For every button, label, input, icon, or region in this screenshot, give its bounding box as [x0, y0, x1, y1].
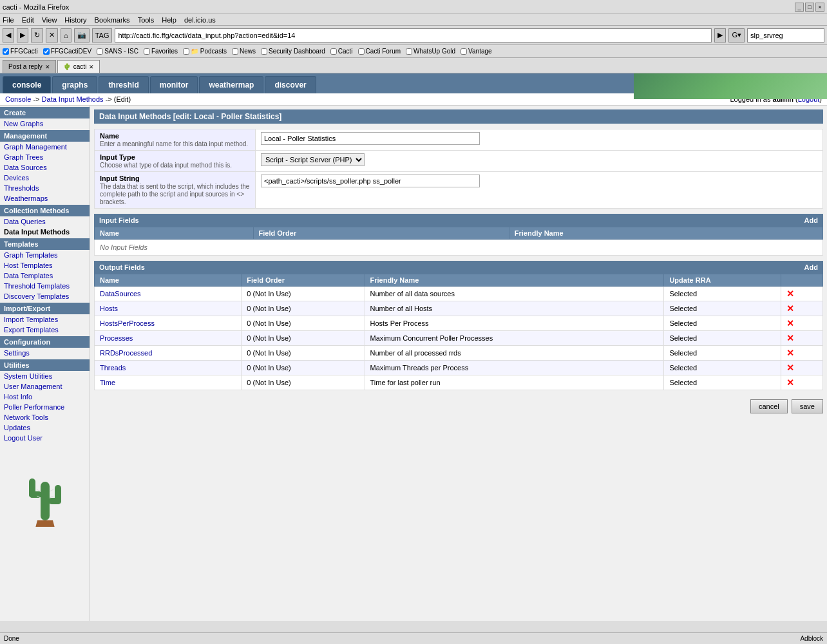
delete-icon[interactable]: ✕ [786, 377, 794, 388]
delete-icon[interactable]: ✕ [786, 363, 794, 373]
sidebar-item-export-templates[interactable]: Export Templates [0, 325, 90, 335]
sidebar-item-new-graphs[interactable]: New Graphs [0, 118, 90, 129]
nav-tab-weathermap[interactable]: weathermap [199, 76, 263, 93]
sidebar-item-graph-templates[interactable]: Graph Templates [0, 250, 90, 260]
tab-post-reply-close[interactable]: ✕ [45, 64, 50, 70]
output-name-link[interactable]: DataSources [100, 290, 141, 298]
sidebar-item-data-queries[interactable]: Data Queries [0, 216, 90, 227]
output-name-link[interactable]: Processes [100, 334, 133, 342]
output-field-order-cell: 0 (Not In Use) [242, 287, 365, 301]
menu-view[interactable]: View [42, 16, 57, 24]
menu-edit[interactable]: Edit [22, 16, 34, 24]
bookmark-cacti-forum[interactable]: Cacti Forum [358, 48, 401, 55]
output-delete-cell[interactable]: ✕ [781, 375, 823, 390]
sidebar-item-host-templates[interactable]: Host Templates [0, 260, 90, 270]
sidebar-item-discovery-templates[interactable]: Discovery Templates [0, 291, 90, 301]
output-name-link[interactable]: Threads [100, 364, 126, 372]
sidebar-item-host-info[interactable]: Host Info [0, 392, 90, 402]
menu-help[interactable]: Help [162, 16, 176, 24]
bookmark-sans-isc[interactable]: SANS - ISC [97, 48, 138, 55]
tab-cacti[interactable]: 🌵 cacti ✕ [57, 60, 100, 73]
nav-tab-discover[interactable]: discover [265, 76, 316, 93]
back-button[interactable]: ◀ [3, 28, 14, 43]
sidebar-item-system-utilities[interactable]: System Utilities [0, 371, 90, 381]
sidebar-item-weathermaps[interactable]: Weathermaps [0, 193, 90, 204]
output-name-link[interactable]: HostsPerProcess [100, 319, 155, 327]
output-fields-add-link[interactable]: Add [804, 263, 818, 271]
input-string-input[interactable] [261, 175, 480, 187]
cancel-button[interactable]: cancel [750, 399, 788, 413]
sidebar-item-user-management[interactable]: User Management [0, 381, 90, 392]
close-button[interactable]: × [815, 3, 824, 12]
bookmark-ffgcactidev[interactable]: FFGCactiDEV [43, 48, 91, 55]
bookmark-whatsup[interactable]: WhatsUp Gold [406, 48, 455, 55]
menu-history[interactable]: History [64, 16, 86, 24]
bookmark-ffgcacti[interactable]: FFGCacti [3, 48, 38, 55]
sidebar-item-threshold-templates[interactable]: Threshold Templates [0, 281, 90, 291]
breadcrumb-console[interactable]: Console [5, 95, 31, 103]
menu-delicious[interactable]: del.icio.us [184, 16, 216, 24]
sidebar-item-data-sources[interactable]: Data Sources [0, 162, 90, 173]
sidebar-item-data-input-methods[interactable]: Data Input Methods [0, 227, 90, 237]
bookmark-podcasts[interactable]: 📁 Podcasts [183, 48, 227, 55]
nav-tab-graphs[interactable]: graphs [52, 76, 97, 93]
output-delete-cell[interactable]: ✕ [781, 287, 823, 301]
bookmark-favorites[interactable]: Favorites [144, 48, 178, 55]
stop-button[interactable]: ✕ [46, 28, 58, 43]
sidebar-item-graph-management[interactable]: Graph Management [0, 142, 90, 152]
sidebar-item-devices[interactable]: Devices [0, 173, 90, 183]
tab-post-reply[interactable]: Post a reply ✕ [3, 60, 56, 73]
minimize-button[interactable]: _ [795, 3, 804, 12]
sidebar-item-thresholds[interactable]: Thresholds [0, 183, 90, 193]
menu-file[interactable]: File [3, 16, 14, 24]
search-engine-button[interactable]: G▾ [728, 28, 745, 43]
bookmark-news[interactable]: News [232, 48, 256, 55]
input-string-label: Input String [100, 175, 250, 182]
output-delete-cell[interactable]: ✕ [781, 331, 823, 346]
sidebar-item-graph-trees[interactable]: Graph Trees [0, 152, 90, 162]
delete-icon[interactable]: ✕ [786, 303, 794, 314]
output-name-link[interactable]: Hosts [100, 305, 118, 312]
delete-icon[interactable]: ✕ [786, 348, 794, 358]
sidebar-item-network-tools[interactable]: Network Tools [0, 412, 90, 422]
go-button[interactable]: ▶ [714, 28, 726, 43]
delete-icon[interactable]: ✕ [786, 289, 794, 299]
sidebar-item-poller-performance[interactable]: Poller Performance [0, 402, 90, 412]
forward-button[interactable]: ▶ [17, 28, 28, 43]
nav-tab-console[interactable]: console [3, 76, 51, 93]
tag-button[interactable]: TAG [92, 28, 113, 43]
bookmark-security-dashboard[interactable]: Security Dashboard [261, 48, 325, 55]
screenshot-button[interactable]: 📷 [74, 28, 90, 43]
search-bar[interactable] [747, 28, 824, 43]
sidebar-item-settings[interactable]: Settings [0, 348, 90, 358]
name-input[interactable] [261, 132, 480, 145]
input-type-select[interactable]: Script - Script Server (PHP) Script/Comm… [261, 153, 365, 166]
sidebar-item-import-templates[interactable]: Import Templates [0, 314, 90, 325]
output-delete-cell[interactable]: ✕ [781, 346, 823, 361]
nav-tab-monitor[interactable]: monitor [150, 76, 198, 93]
home-button[interactable]: ⌂ [61, 28, 71, 43]
menu-tools[interactable]: Tools [138, 16, 155, 24]
output-delete-cell[interactable]: ✕ [781, 361, 823, 375]
bookmark-vantage[interactable]: Vantage [461, 48, 492, 55]
output-delete-cell[interactable]: ✕ [781, 301, 823, 316]
url-bar[interactable] [115, 28, 712, 43]
reload-button[interactable]: ↻ [31, 28, 43, 43]
browser-window-controls[interactable]: _ □ × [795, 3, 824, 12]
sidebar-item-data-templates[interactable]: Data Templates [0, 270, 90, 281]
maximize-button[interactable]: □ [805, 3, 814, 12]
nav-tab-threshld[interactable]: threshld [99, 76, 148, 93]
output-delete-cell[interactable]: ✕ [781, 316, 823, 331]
sidebar-item-logout-user[interactable]: Logout User [0, 433, 90, 443]
input-fields-add-link[interactable]: Add [804, 216, 818, 224]
save-button[interactable]: save [792, 399, 823, 413]
delete-icon[interactable]: ✕ [786, 333, 794, 343]
tab-cacti-close[interactable]: ✕ [89, 64, 94, 70]
bookmark-cacti[interactable]: Cacti [330, 48, 353, 55]
sidebar-item-updates[interactable]: Updates [0, 422, 90, 433]
output-name-link[interactable]: RRDsProcessed [100, 349, 152, 357]
menu-bookmarks[interactable]: Bookmarks [95, 16, 130, 24]
breadcrumb-data-input-methods[interactable]: Data Input Methods [42, 95, 104, 103]
delete-icon[interactable]: ✕ [786, 318, 794, 328]
output-name-link[interactable]: Time [100, 379, 115, 386]
